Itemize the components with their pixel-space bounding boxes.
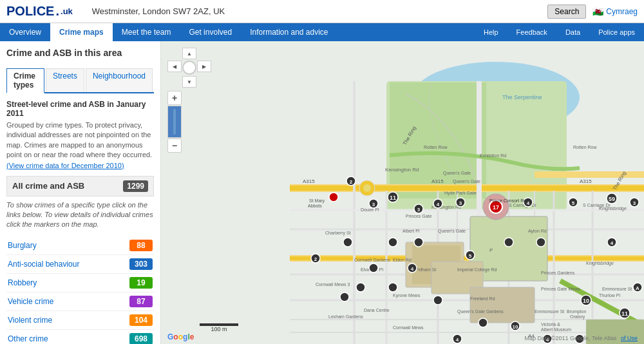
svg-text:Queen's Gate Gardens: Queen's Gate Gardens: [457, 309, 504, 314]
svg-point-107: [478, 318, 488, 327]
svg-text:Kyrone Mews: Kyrone Mews: [393, 293, 421, 298]
map-attribution: Map Data ©2011 Google, Tele Atlas of Use: [524, 335, 638, 341]
nav-item-meet-team[interactable]: Meet the team: [113, 23, 180, 41]
map-zoom-out[interactable]: −: [167, 139, 182, 153]
all-crime-label: All crime and ASB: [12, 181, 84, 191]
logo-dot: .: [55, 4, 59, 19]
navigation: Overview Crime maps Meet the team Get in…: [0, 23, 644, 41]
google-label: G: [167, 332, 173, 341]
map-area[interactable]: A315 A315 A315: [161, 41, 644, 344]
panel-title: Crime and ASB in this area: [6, 48, 122, 58]
svg-text:10: 10: [583, 298, 589, 304]
crime-row-robbery: Robbery 19: [6, 274, 154, 292]
nav-item-feedback[interactable]: Feedback: [507, 28, 556, 36]
tab-streets[interactable]: Streets: [46, 68, 84, 92]
map-pan-down[interactable]: ▼: [182, 76, 196, 88]
svg-text:Prince Consort Rd: Prince Consort Rd: [489, 198, 526, 203]
svg-text:Douve Pl: Douve Pl: [361, 207, 379, 212]
map-pan-up[interactable]: ▲: [182, 48, 196, 59]
svg-text:Rotten Row: Rotten Row: [424, 145, 448, 149]
tab-crime-types[interactable]: Crime types: [6, 68, 44, 93]
svg-rect-5: [290, 186, 644, 191]
crime-count-violent: 104: [129, 314, 153, 326]
cymraeg-link[interactable]: 🏴󠁧󠁢󠁷󠁬󠁳󠁿 Cymraeg: [592, 6, 638, 17]
all-crime-count: 1299: [123, 180, 148, 192]
svg-rect-9: [535, 171, 644, 178]
map-zoom-slider[interactable]: [167, 106, 182, 138]
svg-text:4: 4: [611, 240, 614, 246]
nav-item-police-apps[interactable]: Police apps: [589, 28, 644, 36]
crime-link-violent[interactable]: Violent crime: [8, 316, 52, 325]
svg-text:Queen's Gate: Queen's Gate: [443, 171, 471, 176]
nav-item-help[interactable]: Help: [475, 28, 507, 36]
terms-link[interactable]: of Use: [621, 335, 638, 341]
nav-item-info-advice[interactable]: Information and advice: [241, 23, 337, 41]
svg-text:5: 5: [572, 200, 575, 206]
search-button[interactable]: Search: [547, 5, 586, 19]
nav-item-overview[interactable]: Overview: [0, 23, 50, 41]
crime-types-list: Burglary 88 Anti-social behaviour 303 Ro…: [6, 236, 154, 344]
svg-text:Knightsbridge: Knightsbridge: [586, 261, 614, 266]
map-pan-left[interactable]: ◀: [167, 61, 182, 72]
left-panel: Crime and ASB in this area Crime types S…: [0, 41, 161, 344]
svg-point-104: [433, 296, 442, 305]
svg-point-130: [369, 263, 378, 272]
crime-count-robbery: 19: [129, 277, 153, 289]
crime-count-burglary: 88: [129, 240, 153, 251]
crime-row-antisocial: Anti-social behaviour 303: [6, 255, 154, 274]
nav-item-get-involved[interactable]: Get involved: [180, 23, 241, 41]
svg-point-102: [388, 283, 397, 292]
map-center[interactable]: [182, 61, 196, 75]
svg-text:Ayton Rd: Ayton Rd: [528, 229, 547, 234]
svg-text:5: 5: [469, 253, 472, 259]
svg-point-109: [536, 238, 545, 247]
svg-point-122: [329, 193, 338, 202]
svg-text:Princes Gardens: Princes Gardens: [541, 271, 575, 275]
street-description: Grouped by crime types. To protect priva…: [6, 120, 154, 160]
svg-point-108: [504, 238, 513, 247]
svg-point-103: [414, 238, 423, 247]
logo-uk-text: .uk: [61, 6, 73, 16]
svg-text:4: 4: [456, 337, 459, 343]
svg-text:2: 2: [350, 179, 353, 185]
map-zoom-in[interactable]: +: [167, 91, 182, 105]
map-controls: ▲ ◀ ▶ ▼ + −: [167, 48, 211, 153]
svg-rect-34: [470, 287, 535, 323]
svg-text:Cornwell Gardens: Cornwell Gardens: [354, 258, 391, 262]
nav-item-crime-maps[interactable]: Crime maps: [50, 23, 113, 41]
crime-tabs: Crime types Streets Neighbourhood: [6, 68, 154, 93]
svg-point-131: [340, 292, 349, 301]
logo: POLICE..uk: [6, 4, 73, 19]
svg-text:4: 4: [411, 266, 414, 272]
crime-link-burglary[interactable]: Burglary: [8, 241, 37, 250]
svg-text:3: 3: [372, 202, 375, 207]
nav-item-data[interactable]: Data: [556, 28, 589, 36]
google-label2: o: [173, 332, 178, 341]
svg-text:Thurlow Pl: Thurlow Pl: [599, 293, 621, 298]
svg-text:Lexham Gardens: Lexham Gardens: [328, 314, 363, 319]
svg-point-100: [356, 283, 365, 292]
crime-link-vehicle[interactable]: Vehicle crime: [8, 297, 53, 306]
svg-text:Pelham St: Pelham St: [415, 267, 436, 272]
view-december-link[interactable]: (View crime data for December 2010): [6, 162, 154, 169]
svg-text:A315: A315: [580, 178, 592, 184]
google-label6: e: [190, 332, 194, 341]
cymraeg-label: Cymraeg: [606, 7, 638, 16]
svg-text:Albert Pl: Albert Pl: [402, 229, 420, 233]
map-pan-right[interactable]: ▶: [197, 61, 211, 72]
crime-link-robbery[interactable]: Robbery: [8, 278, 37, 287]
svg-text:Princes Gate: Princes Gate: [406, 214, 432, 218]
svg-text:Queen's Gate: Queen's Gate: [453, 179, 480, 184]
logo-police-text: POLICE: [6, 4, 54, 19]
svg-text:Eldon Rd: Eldon Rd: [393, 258, 412, 262]
svg-point-99: [343, 238, 352, 247]
scale-bar: 100 m: [200, 323, 238, 332]
crime-link-antisocial[interactable]: Anti-social behaviour: [8, 260, 79, 269]
svg-text:Oratory: Oratory: [570, 314, 585, 320]
map-svg: A315 A315 A315: [161, 41, 644, 344]
crime-link-other[interactable]: Other crime: [8, 334, 48, 343]
tab-neighbourhood[interactable]: Neighbourhood: [86, 68, 153, 92]
svg-text:Kensington Rd: Kensington Rd: [385, 167, 419, 173]
svg-text:St Mary: St Mary: [309, 198, 325, 204]
svg-text:4: 4: [437, 202, 440, 207]
